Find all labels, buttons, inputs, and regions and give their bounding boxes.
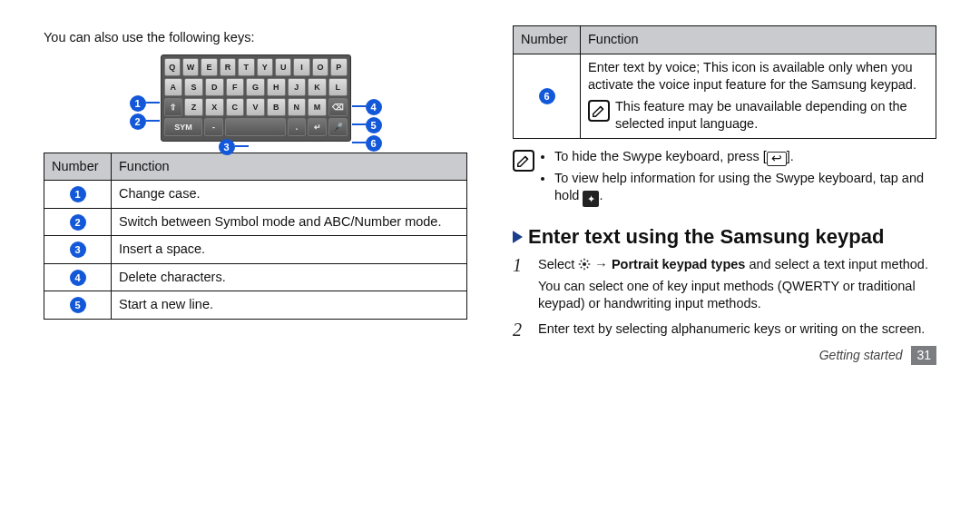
row-fn: Switch between Symbol mode and ABC/Numbe… [112,208,467,236]
footer-section: Getting started [819,348,903,362]
swype-keypad-image: QWERT YUIOP ASDFG HJKL ⇧ZXCV BNM⌫ SYM- .… [44,54,467,142]
tip-1: To hide the Swype keyboard, press [↩]. [554,148,936,166]
col-header-function: Function [112,153,467,181]
page-footer: Getting started 31 [513,346,936,365]
function-table-right: Number Function 6 Enter text by voice; T… [513,25,936,139]
row6-note: This feature may be unavailable dependin… [615,98,928,133]
table-row: 1 Change case. [44,181,467,209]
table-row: 2 Switch between Symbol mode and ABC/Num… [44,208,467,236]
col-header-number: Number [44,153,112,181]
gear-icon [578,258,591,271]
step-number: 2 [513,320,529,339]
row-num: 3 [70,241,86,258]
step-1-sub: You can select one of key input methods … [538,278,936,313]
swype-help-icon: ✦ [583,191,599,207]
row6-main: Enter text by voice; This icon is availa… [588,59,928,94]
callout-2: 2 [130,113,146,131]
callout-6: 6 [366,134,382,153]
step-2: 2 Enter text by selecting alphanumeric k… [513,320,936,339]
row-fn: Change case. [112,181,467,209]
section-heading: Enter text using the Samsung keypad [513,223,936,251]
row-num: 5 [70,297,86,313]
row-num: 2 [70,214,86,231]
back-icon: ↩ [767,152,787,166]
steps-list: 1 Select → Portrait keypad types and sel… [513,256,936,339]
note-icon [513,150,534,172]
step-number: 1 [513,256,529,313]
svg-line-7 [581,267,582,268]
col-header-number: Number [514,26,581,54]
left-column: You can also use the following keys: QWE… [44,25,467,365]
page-number: 31 [911,346,936,365]
row-num: 4 [70,270,86,286]
tip-2: To view help information for using the S… [554,170,936,208]
tip-block: To hide the Swype keyboard, press [↩]. T… [513,148,936,212]
row-num: 1 [70,186,86,202]
row-fn: Delete characters. [112,263,467,291]
step-1: 1 Select → Portrait keypad types and sel… [513,256,936,313]
svg-line-6 [587,267,588,268]
table-row: 3 Insert a space. [44,236,467,264]
row-num: 6 [539,88,555,104]
function-table-left: Number Function 1 Change case. 2 Switch … [44,153,467,320]
note-icon [588,100,610,122]
table-row: 4 Delete characters. [44,263,467,291]
right-column: Number Function 6 Enter text by voice; T… [513,25,936,365]
svg-line-8 [587,261,588,261]
intro-text: You can also use the following keys: [44,29,467,47]
callout-1: 1 [130,94,146,113]
callout-4: 4 [366,98,382,116]
svg-line-5 [581,261,582,261]
callout-3: 3 [219,138,235,156]
table-row: 5 Start a new line. [44,291,467,320]
row-fn: Start a new line. [112,291,467,320]
chevron-icon [513,231,523,243]
callout-5: 5 [366,116,382,134]
col-header-function: Function [581,26,936,54]
svg-point-0 [583,262,586,266]
table-row: 6 Enter text by voice; This icon is avai… [514,54,936,138]
keypad-illustration: QWERT YUIOP ASDFG HJKL ⇧ZXCV BNM⌫ SYM- .… [161,54,351,142]
row-fn: Insert a space. [112,236,467,264]
